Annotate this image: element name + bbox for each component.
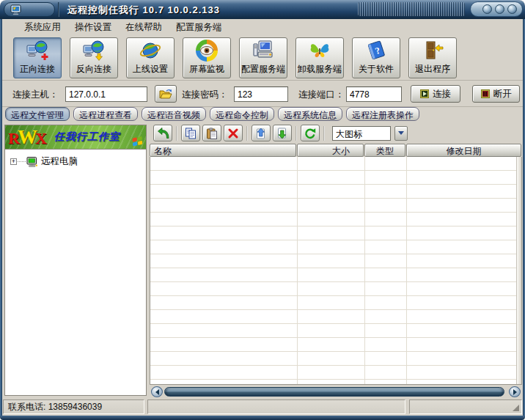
tree-item-label: 远程电脑 [41,155,78,168]
toolbar-separator [176,126,177,141]
toolbar-button-label: 关于软件 [359,63,394,75]
host-input[interactable] [65,86,147,102]
app-icon-area [4,2,55,17]
online-settings-icon [139,38,161,63]
refresh-button[interactable] [301,125,320,141]
menu-operation[interactable]: 操作设置 [73,20,113,35]
app-window: 远程控制任我行 10.7 10.0.2.133 系统应用 操作设置 在线帮助 配… [0,0,525,420]
column-header-type[interactable]: 类型 [364,144,405,157]
windows-logo-icon [133,136,144,149]
uninstall-server-icon [309,38,331,63]
toolbar-button-label: 正向连接 [20,63,55,75]
refresh-icon [304,128,316,139]
configure-server-button[interactable]: 配置服务端 [239,37,287,78]
download-button[interactable] [273,125,292,141]
pause-icon [481,89,490,98]
chevron-down-icon [398,131,404,135]
tree-connector [18,161,26,162]
window-title: 远程控制任我行 10.7 10.0.2.133 [67,4,220,17]
connection-bar: 连接主机： 连接密码： 连接端口： 连接 断开 [2,81,523,107]
file-list-body[interactable] [150,157,522,385]
status-empty-cell [409,399,522,414]
exit-program-button[interactable]: 退出程序 [408,37,457,78]
tab-remote-audio-video[interactable]: 远程语音视频 [142,107,206,121]
up-level-icon [157,128,169,139]
password-label: 连接密码： [182,89,228,101]
tree-item-remote-computer[interactable]: + 远程电脑 [10,155,146,168]
horizontal-scrollbar-thumb[interactable] [164,387,504,397]
connect-reverse-button[interactable]: 反向连接 [70,37,118,78]
toolbar-separator [246,126,248,141]
minimize-button[interactable] [482,4,492,14]
view-mode-dropdown-button[interactable] [394,126,408,141]
toolbar-button-label: 退出程序 [415,63,450,75]
status-empty-cell [147,399,405,414]
app-icon [10,4,23,15]
connect-forward-button[interactable]: 正向连接 [13,37,62,78]
menu-help[interactable]: 在线帮助 [124,20,164,35]
main-area: RWX 任我行工作室 + 远程电脑 [2,122,523,398]
close-button[interactable] [507,4,517,14]
up-level-button[interactable] [153,125,172,141]
arrow-right-icon [513,389,517,395]
arrow-left-icon [155,389,159,395]
port-input[interactable] [346,86,402,102]
toolbar-button-label: 屏幕监视 [189,63,224,75]
expand-plus-icon[interactable]: + [10,158,17,165]
studio-banner: RWX 任我行工作室 [5,125,146,149]
scroll-left-button[interactable] [151,386,163,397]
column-header-date[interactable]: 修改日期 [406,144,521,157]
resize-grip[interactable] [513,405,519,411]
window-bottom-frame [0,416,525,420]
sidebar: RWX 任我行工作室 + 远程电脑 [4,125,147,396]
tab-remote-system-info[interactable]: 远程系统信息 [278,107,342,121]
studio-name: 任我行工作室 [54,130,120,144]
password-input[interactable] [234,86,288,102]
upload-button[interactable] [252,125,271,141]
upload-icon [255,128,267,139]
play-icon [420,89,429,98]
remote-computer-tree: + 远程电脑 [5,149,146,395]
delete-icon [227,128,239,139]
port-label: 连接端口： [298,89,345,101]
paste-button[interactable] [202,125,221,141]
about-software-icon: ? [365,38,387,63]
column-divider [406,157,407,384]
menu-system[interactable]: 系统应用 [23,20,62,35]
scroll-right-button[interactable] [509,386,521,397]
tab-remote-registry[interactable]: 远程注册表操作 [346,107,419,121]
online-settings-button[interactable]: 上线设置 [126,37,175,78]
open-host-list-button[interactable] [155,85,177,103]
disconnect-button[interactable]: 断开 [472,85,520,103]
download-icon [276,128,288,139]
connect-button[interactable]: 连接 [411,85,460,103]
menubar: 系统应用 操作设置 在线帮助 配置服务端 [2,19,523,35]
column-divider [364,157,365,384]
disconnect-button-label: 断开 [493,88,512,100]
status-contact-cell: 联系电话: 13859436039 [3,399,144,414]
logo-rwx: RWX [8,128,47,147]
maximize-button[interactable] [495,4,504,14]
toolbar-button-label: 反向连接 [76,63,111,75]
tab-remote-command-control[interactable]: 远程命令控制 [210,107,274,121]
column-header-name[interactable]: 名称 [150,144,296,157]
titlebar-separator [58,2,59,17]
toolbar-button-label: 上线设置 [133,63,168,75]
screen-monitor-icon [196,38,218,63]
about-software-button[interactable]: ? 关于软件 [352,37,400,78]
open-folder-icon [159,89,172,100]
configure-server-icon [252,38,274,63]
tab-remote-file-manager[interactable]: 远程文件管理 [5,107,70,121]
toolbar-button-label: 配置服务端 [241,63,285,75]
delete-button[interactable] [224,125,243,141]
toolbar-separator [323,126,325,141]
copy-button[interactable] [181,125,200,141]
uninstall-server-button[interactable]: 卸载服务端 [295,37,344,78]
view-mode-select[interactable]: 大图标 [332,126,391,141]
paste-icon [206,128,218,139]
tab-remote-process-view[interactable]: 远程进程查看 [73,107,138,121]
screen-monitor-button[interactable]: 屏幕监视 [183,37,231,78]
vertical-scrollbar-track[interactable] [516,157,521,384]
column-header-size[interactable]: 大小 [297,144,364,157]
menu-config-server[interactable]: 配置服务端 [175,20,224,35]
